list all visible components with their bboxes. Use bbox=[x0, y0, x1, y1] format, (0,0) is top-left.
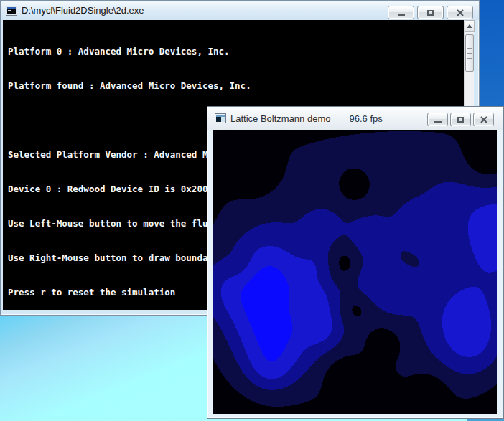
demo-title: Lattice Boltzmann demo bbox=[230, 113, 330, 124]
restore-icon bbox=[457, 117, 464, 123]
demo-caption-buttons bbox=[425, 113, 494, 126]
console-close-button[interactable] bbox=[447, 6, 473, 19]
demo-close-button[interactable] bbox=[473, 113, 494, 126]
console-minimize-button[interactable] bbox=[388, 6, 414, 19]
fps-counter: 96.6 fps bbox=[349, 113, 382, 124]
demo-restore-button[interactable] bbox=[450, 113, 471, 126]
close-icon bbox=[456, 9, 465, 16]
thumb-grip bbox=[467, 48, 472, 49]
restore-icon bbox=[427, 10, 434, 16]
console-titlebar[interactable]: D:\mycl\Fluid2DSingle\2d.exe bbox=[1, 1, 479, 20]
minimize-icon bbox=[398, 14, 405, 16]
scroll-up-icon bbox=[467, 24, 472, 28]
console-line: Platform 0 : Advanced Micro Devices, Inc… bbox=[8, 46, 464, 57]
console-caption-buttons bbox=[385, 6, 473, 19]
application-icon bbox=[215, 113, 226, 123]
demo-titlebar[interactable]: Lattice Boltzmann demo 96.6 fps bbox=[207, 107, 503, 130]
thumb-grip bbox=[467, 53, 472, 54]
console-icon bbox=[6, 6, 17, 16]
demo-window: Lattice Boltzmann demo 96.6 fps bbox=[207, 106, 504, 419]
thumb-grip bbox=[467, 58, 472, 59]
demo-minimize-button[interactable] bbox=[427, 113, 448, 126]
console-line: Platform found : Advanced Micro Devices,… bbox=[8, 80, 464, 92]
fluid-canvas[interactable] bbox=[213, 130, 497, 414]
console-restore-button[interactable] bbox=[417, 6, 444, 19]
minimize-icon bbox=[434, 121, 442, 123]
console-title: D:\mycl\Fluid2DSingle\2d.exe bbox=[22, 5, 144, 16]
close-icon bbox=[480, 116, 488, 123]
scrollbar-thumb[interactable] bbox=[465, 34, 474, 72]
scroll-up-button[interactable] bbox=[465, 20, 475, 32]
